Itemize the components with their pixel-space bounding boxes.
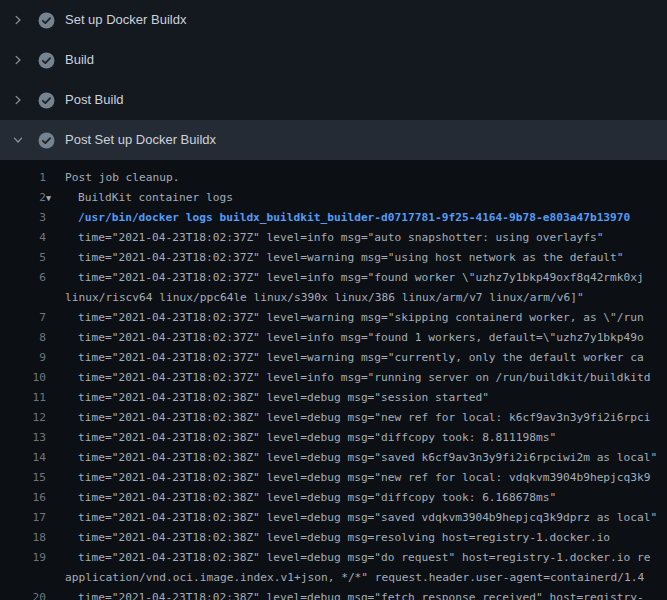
log-line-number[interactable]: [0, 288, 46, 308]
log-line-text: time="2021-04-23T18:02:38Z" level=debug …: [78, 388, 489, 408]
log-line-text: time="2021-04-23T18:02:38Z" level=debug …: [78, 428, 556, 448]
log-line: 10 time="2021-04-23T18:02:37Z" level=inf…: [0, 368, 667, 388]
log-line-number[interactable]: 2: [0, 188, 46, 208]
log-line: 12 time="2021-04-23T18:02:38Z" level=deb…: [0, 408, 667, 428]
step-row[interactable]: Build: [0, 40, 667, 80]
log-line: 9 time="2021-04-23T18:02:37Z" level=warn…: [0, 348, 667, 368]
log-line-text: application/vnd.oci.image.index.v1+json,…: [65, 568, 644, 588]
log-line-text[interactable]: BuildKit container logs: [78, 188, 233, 208]
log-line-number[interactable]: 5: [0, 248, 46, 268]
log-output[interactable]: 1 Post job cleanup. 2 ▼BuildKit containe…: [0, 160, 667, 600]
log-line-number[interactable]: 8: [0, 328, 46, 348]
log-line-text: /usr/bin/docker logs buildx_buildkit_bui…: [78, 208, 630, 228]
log-line-text: time="2021-04-23T18:02:38Z" level=debug …: [78, 528, 610, 548]
log-line-text: time="2021-04-23T18:02:38Z" level=debug …: [78, 468, 651, 488]
log-line-number[interactable]: 15: [0, 468, 46, 488]
chevron-right-icon[interactable]: [12, 94, 24, 106]
step-row[interactable]: Set up Docker Buildx: [0, 0, 667, 40]
log-line: 4 time="2021-04-23T18:02:37Z" level=info…: [0, 228, 667, 248]
step-label: Set up Docker Buildx: [65, 0, 186, 40]
check-circle-icon: [38, 52, 55, 69]
check-circle-icon: [38, 12, 55, 29]
log-line: 17 time="2021-04-23T18:02:38Z" level=deb…: [0, 508, 667, 528]
log-line-number[interactable]: 1: [0, 168, 46, 188]
log-line-number[interactable]: 6: [0, 268, 46, 288]
log-line-text: time="2021-04-23T18:02:38Z" level=debug …: [78, 448, 657, 468]
log-line-text: time="2021-04-23T18:02:37Z" level=warnin…: [78, 348, 644, 368]
log-line-text: time="2021-04-23T18:02:38Z" level=debug …: [78, 408, 651, 428]
log-line: 13 time="2021-04-23T18:02:38Z" level=deb…: [0, 428, 667, 448]
check-circle-icon: [38, 132, 55, 149]
step-label: Build: [65, 40, 94, 80]
log-line-text: time="2021-04-23T18:02:38Z" level=debug …: [78, 488, 556, 508]
log-line-number[interactable]: 16: [0, 488, 46, 508]
log-line-text: time="2021-04-23T18:02:37Z" level=info m…: [78, 328, 644, 348]
log-line-number[interactable]: 4: [0, 228, 46, 248]
log-line: 16 time="2021-04-23T18:02:38Z" level=deb…: [0, 488, 667, 508]
step-row[interactable]: Post Set up Docker Buildx: [0, 120, 667, 160]
log-line: 2 ▼BuildKit container logs: [0, 188, 667, 208]
steps-list: Set up Docker Buildx Build P: [0, 0, 667, 160]
chevron-down-icon[interactable]: [12, 134, 24, 146]
log-line-text: time="2021-04-23T18:02:38Z" level=debug …: [78, 548, 651, 568]
log-line-number[interactable]: 7: [0, 308, 46, 328]
log-line-text: time="2021-04-23T18:02:38Z" level=debug …: [78, 508, 657, 528]
log-line: 3 /usr/bin/docker logs buildx_buildkit_b…: [0, 208, 667, 228]
log-line-text: time="2021-04-23T18:02:37Z" level=info m…: [78, 228, 603, 248]
log-line: 7 time="2021-04-23T18:02:37Z" level=warn…: [0, 308, 667, 328]
log-line-text: time="2021-04-23T18:02:37Z" level=info m…: [78, 268, 644, 288]
log-line: 5 time="2021-04-23T18:02:37Z" level=warn…: [0, 248, 667, 268]
log-line-number[interactable]: 9: [0, 348, 46, 368]
chevron-right-icon[interactable]: [12, 54, 24, 66]
chevron-right-icon[interactable]: [12, 14, 24, 26]
log-line: 14 time="2021-04-23T18:02:38Z" level=deb…: [0, 448, 667, 468]
log-line: 11 time="2021-04-23T18:02:38Z" level=deb…: [0, 388, 667, 408]
step-label: Post Build: [65, 80, 124, 120]
log-line-number[interactable]: 11: [0, 388, 46, 408]
log-line: 19 time="2021-04-23T18:02:38Z" level=deb…: [0, 548, 667, 568]
check-circle-icon: [38, 92, 55, 109]
step-row[interactable]: Post Build: [0, 80, 667, 120]
log-line-number[interactable]: [0, 568, 46, 588]
step-label: Post Set up Docker Buildx: [65, 120, 216, 160]
log-line-text: Post job cleanup.: [65, 168, 180, 188]
log-line-number[interactable]: 3: [0, 208, 46, 228]
log-line: application/vnd.oci.image.index.v1+json,…: [0, 568, 667, 588]
log-line-text: time="2021-04-23T18:02:37Z" level=warnin…: [78, 308, 644, 328]
log-line-number[interactable]: 20: [0, 588, 46, 600]
log-line-text: linux/riscv64 linux/ppc64le linux/s390x …: [65, 288, 584, 308]
log-line-number[interactable]: 14: [0, 448, 46, 468]
log-line-text: time="2021-04-23T18:02:37Z" level=info m…: [78, 368, 651, 388]
log-line: 8 time="2021-04-23T18:02:37Z" level=info…: [0, 328, 667, 348]
log-line: 15 time="2021-04-23T18:02:38Z" level=deb…: [0, 468, 667, 488]
log-line-text: time="2021-04-23T18:02:38Z" level=debug …: [78, 588, 644, 600]
log-line-text: time="2021-04-23T18:02:37Z" level=warnin…: [78, 248, 624, 268]
log-line: 20 time="2021-04-23T18:02:38Z" level=deb…: [0, 588, 667, 600]
actions-log-viewer: Set up Docker Buildx Build P: [0, 0, 667, 600]
group-collapse-icon[interactable]: ▼: [46, 188, 59, 208]
log-line-number[interactable]: 12: [0, 408, 46, 428]
log-line: 1 Post job cleanup.: [0, 168, 667, 188]
log-line-number[interactable]: 19: [0, 548, 46, 568]
log-line: 18 time="2021-04-23T18:02:38Z" level=deb…: [0, 528, 667, 548]
log-line: linux/riscv64 linux/ppc64le linux/s390x …: [0, 288, 667, 308]
log-line: 6 time="2021-04-23T18:02:37Z" level=info…: [0, 268, 667, 288]
log-line-number[interactable]: 18: [0, 528, 46, 548]
log-line-number[interactable]: 17: [0, 508, 46, 528]
log-line-number[interactable]: 13: [0, 428, 46, 448]
log-line-number[interactable]: 10: [0, 368, 46, 388]
